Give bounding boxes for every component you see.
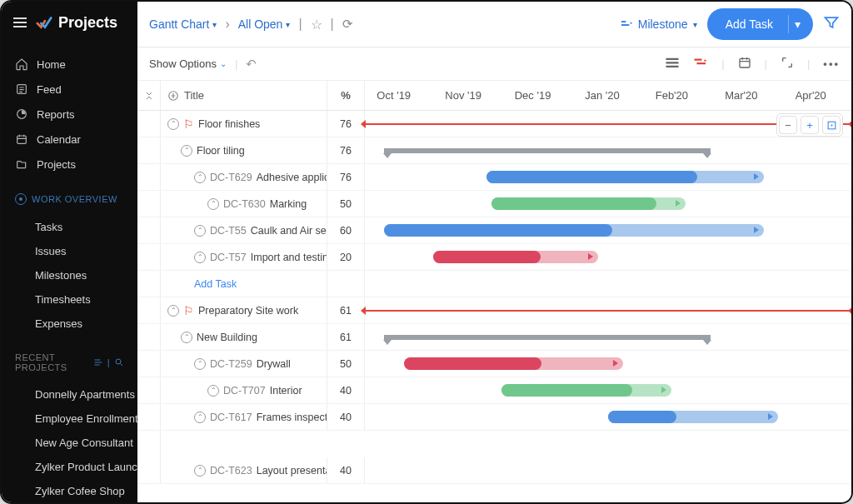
gantt-bar-area[interactable]: [365, 137, 851, 163]
nav-home[interactable]: Home: [2, 52, 137, 77]
gantt-row[interactable]: ⌃DC-T55 Caulk and Air seal60: [137, 217, 851, 244]
settings-icon[interactable]: [93, 357, 103, 367]
gantt-row[interactable]: Add Task: [137, 271, 851, 297]
collapse-icon[interactable]: ⌃: [181, 145, 192, 157]
gantt-row[interactable]: [137, 431, 851, 457]
timeline-month: Jan '20: [573, 81, 642, 110]
add-task-button[interactable]: Add Task ▾: [707, 8, 813, 40]
collapse-icon[interactable]: ⌃: [167, 118, 179, 130]
collapse-icon[interactable]: ⌃: [194, 252, 206, 263]
gantt-row[interactable]: ⌃DC-T617 Frames inspection40: [137, 404, 851, 431]
collapse-icon[interactable]: ⌃: [207, 198, 219, 210]
calendar-icon[interactable]: [738, 56, 751, 72]
task-bar[interactable]: [501, 384, 671, 397]
recent-project[interactable]: Donnelly Apartments: [2, 382, 137, 407]
task-id: DC-T630: [223, 198, 266, 210]
view-compact-icon[interactable]: [665, 57, 680, 71]
add-task-dropdown[interactable]: ▾: [788, 15, 806, 33]
task-bar[interactable]: [404, 357, 623, 370]
summary-bar[interactable]: [384, 335, 710, 340]
menu-toggle[interactable]: [13, 17, 27, 27]
task-title: Frames inspection: [257, 412, 327, 423]
recent-project[interactable]: New Age Consultant: [2, 431, 137, 455]
collapse-icon[interactable]: ⌃: [194, 358, 206, 370]
gantt-bar-area[interactable]: [365, 404, 851, 430]
gantt-bar-area[interactable]: [365, 377, 851, 403]
grid-body[interactable]: − + ⌃⚐ Floor finishes76⌃ Floor tiling76⌃…: [137, 111, 851, 502]
milestone-dropdown[interactable]: Milestone▾: [620, 17, 697, 31]
collapse-icon[interactable]: ⌃: [194, 412, 206, 423]
task-bar[interactable]: [433, 251, 599, 263]
timeline-month: Apr'20: [782, 81, 851, 110]
overview-tasks[interactable]: Tasks: [2, 215, 137, 239]
recent-project[interactable]: Zylker Cofee Shop: [2, 479, 137, 503]
nav-feed[interactable]: Feed: [2, 77, 137, 102]
show-options[interactable]: Show Options⌄: [149, 57, 227, 70]
nav-reports[interactable]: Reports: [2, 102, 137, 127]
zoom-fit[interactable]: [822, 116, 841, 134]
gantt-bar-area[interactable]: [365, 164, 851, 190]
collapse-icon[interactable]: ⌃: [194, 172, 206, 183]
view-gantt-icon[interactable]: [693, 57, 708, 71]
gantt-bar-area[interactable]: [365, 297, 851, 323]
search-icon[interactable]: [114, 357, 124, 367]
task-bar[interactable]: [384, 224, 764, 237]
task-bar[interactable]: [608, 411, 778, 423]
undo-icon[interactable]: ↶: [246, 57, 257, 72]
grid-header: Title % Oct '19Nov '19Dec '19Jan '20Feb'…: [137, 81, 851, 111]
recent-project[interactable]: Zylker Product Launch: [2, 455, 137, 479]
milestone-flag-icon: ⚐: [183, 117, 194, 131]
nav-calendar[interactable]: Calendar: [2, 127, 137, 152]
overview-milestones[interactable]: Milestones: [2, 263, 137, 287]
zoom-out[interactable]: −: [779, 116, 797, 134]
gantt-bar-area[interactable]: [365, 217, 851, 243]
gantt-row[interactable]: ⌃ Floor tiling76: [137, 137, 851, 164]
summary-bar[interactable]: [384, 148, 710, 153]
zoom-in[interactable]: +: [801, 116, 819, 134]
recent-project[interactable]: Employee Enrollment: [2, 407, 137, 431]
view-selector[interactable]: Gantt Chart▾: [149, 17, 217, 31]
gantt-bar-area[interactable]: [365, 191, 851, 217]
gantt-bar-area[interactable]: [365, 324, 851, 350]
column-title[interactable]: Title: [161, 81, 327, 110]
collapse-icon[interactable]: ⌃: [194, 225, 206, 237]
collapse-icon[interactable]: ⌃: [167, 305, 179, 317]
gantt-row[interactable]: ⌃ New Building61: [137, 324, 851, 351]
gantt-row[interactable]: ⌃DC-T259 Drywall50: [137, 351, 851, 377]
collapse-icon[interactable]: ⌃: [181, 332, 192, 343]
gantt-row[interactable]: ⌃⚐ Floor finishes76: [137, 111, 851, 137]
reload-icon[interactable]: ⟳: [342, 17, 353, 32]
task-bar[interactable]: [491, 197, 686, 210]
gantt-bar-area[interactable]: [365, 457, 851, 483]
milestone-bar[interactable]: [365, 310, 851, 312]
star-icon[interactable]: ☆: [311, 17, 322, 32]
gantt-row[interactable]: ⌃DC-T630 Marking50: [137, 191, 851, 217]
more-icon[interactable]: •••: [823, 57, 840, 70]
expand-icon[interactable]: [781, 56, 794, 72]
task-title: Floor finishes: [198, 118, 260, 130]
gantt-row[interactable]: ⌃DC-T707 Interior40: [137, 377, 851, 404]
nav-projects[interactable]: Projects: [2, 152, 137, 177]
gantt-bar-area[interactable]: [365, 271, 851, 297]
gantt-row[interactable]: ⌃DC-T623 Layout presentation40: [137, 457, 851, 484]
milestone-icon: [620, 17, 633, 31]
overview-timesheets[interactable]: Timesheets: [2, 287, 137, 312]
gantt-row[interactable]: ⌃DC-T629 Adhesive application76: [137, 164, 851, 191]
expand-all[interactable]: [137, 81, 161, 110]
add-task-link[interactable]: Add Task: [194, 278, 237, 290]
task-title: Drywall: [257, 358, 291, 370]
gantt-bar-area[interactable]: [365, 351, 851, 377]
column-percent[interactable]: %: [327, 81, 365, 110]
collapse-icon[interactable]: ⌃: [207, 385, 219, 397]
filter-icon[interactable]: [823, 14, 840, 34]
gantt-row[interactable]: ⌃⚐ Preparatory Site work61: [137, 297, 851, 324]
gantt-bar-area[interactable]: [365, 244, 851, 270]
overview-issues[interactable]: Issues: [2, 239, 137, 263]
overview-expenses[interactable]: Expenses: [2, 312, 137, 336]
work-overview-header[interactable]: WORK OVERVIEW: [2, 182, 137, 210]
task-bar[interactable]: [486, 171, 764, 183]
gantt-row[interactable]: ⌃DC-T57 Import and testing of woo..20: [137, 244, 851, 271]
task-title: Preparatory Site work: [198, 305, 298, 317]
filter-selector[interactable]: All Open▾: [238, 17, 291, 31]
collapse-icon[interactable]: ⌃: [194, 465, 206, 477]
